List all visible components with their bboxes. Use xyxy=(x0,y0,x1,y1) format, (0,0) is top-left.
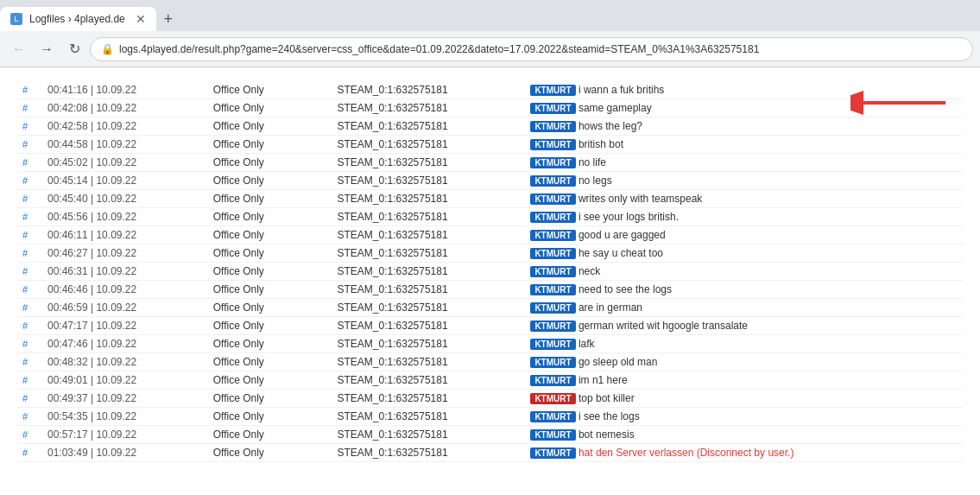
row-steam: STEAM_0:1:632575181 xyxy=(332,190,526,208)
row-message: british bot xyxy=(579,138,623,150)
row-hash[interactable]: # xyxy=(17,81,42,99)
log-table: # 00:41:16 | 10.09.22 Office Only STEAM_… xyxy=(17,81,963,462)
badge-label: KTMURT xyxy=(530,194,575,205)
row-hash[interactable]: # xyxy=(17,371,42,390)
badge-label: KTMURT xyxy=(530,429,575,441)
row-hash[interactable]: # xyxy=(17,353,42,371)
badge-label: KTMURT xyxy=(530,393,575,404)
row-hash[interactable]: # xyxy=(17,299,42,317)
active-tab[interactable]: L Logfiles › 4played.de ✕ xyxy=(0,7,156,31)
row-message: german writed wit hgoogle transalate xyxy=(579,320,748,332)
row-message: he say u cheat too xyxy=(579,247,663,259)
row-badge-cell: KTMURT lafk xyxy=(525,335,963,353)
row-badge-cell: KTMURT no life xyxy=(525,154,963,172)
row-hash[interactable]: # xyxy=(17,226,42,244)
row-message: writes only with teamspeak xyxy=(579,193,702,205)
badge-label: KTMURT xyxy=(530,85,575,96)
table-row: # 00:48:32 | 10.09.22 Office Only STEAM_… xyxy=(17,353,963,371)
address-bar[interactable]: 🔒 logs.4played.de/result.php?game=240&se… xyxy=(90,37,973,61)
row-badge-cell: KTMURT top bot killer xyxy=(525,390,963,408)
badge-label: KTMURT xyxy=(530,157,575,168)
row-badge-cell: KTMURT writes only with teamspeak xyxy=(525,190,963,208)
table-row: # 00:45:02 | 10.09.22 Office Only STEAM_… xyxy=(17,154,963,172)
table-row: # 00:45:56 | 10.09.22 Office Only STEAM_… xyxy=(17,208,963,226)
row-hash[interactable]: # xyxy=(17,154,42,172)
row-time: 00:46:59 | 10.09.22 xyxy=(42,299,208,317)
row-server: Office Only xyxy=(208,408,332,426)
nav-bar: ← → ↻ 🔒 logs.4played.de/result.php?game=… xyxy=(0,31,980,67)
row-steam: STEAM_0:1:632575181 xyxy=(332,390,526,408)
badge-label: KTMURT xyxy=(530,320,575,332)
row-steam: STEAM_0:1:632575181 xyxy=(332,408,526,426)
row-server: Office Only xyxy=(208,190,332,208)
row-hash[interactable]: # xyxy=(17,335,42,353)
row-badge-cell: KTMURT hat den Server verlassen (Disconn… xyxy=(525,444,963,462)
table-row: # 01:03:49 | 10.09.22 Office Only STEAM_… xyxy=(17,444,963,462)
browser-window: L Logfiles › 4played.de ✕ + ← → ↻ 🔒 logs… xyxy=(0,0,980,495)
table-row: # 00:44:58 | 10.09.22 Office Only STEAM_… xyxy=(17,136,963,154)
forward-button[interactable]: → xyxy=(35,37,59,61)
row-server: Office Only xyxy=(208,81,332,99)
row-hash[interactable]: # xyxy=(17,444,42,462)
table-row: # 00:57:17 | 10.09.22 Office Only STEAM_… xyxy=(17,426,963,444)
table-row: # 00:46:11 | 10.09.22 Office Only STEAM_… xyxy=(17,226,963,244)
row-time: 00:46:31 | 10.09.22 xyxy=(42,263,208,281)
row-hash[interactable]: # xyxy=(17,172,42,190)
row-hash[interactable]: # xyxy=(17,426,42,444)
badge-label: KTMURT xyxy=(530,175,575,187)
row-hash[interactable]: # xyxy=(17,244,42,263)
row-hash[interactable]: # xyxy=(17,263,42,281)
row-hash[interactable]: # xyxy=(17,408,42,426)
row-server: Office Only xyxy=(208,281,332,299)
row-hash[interactable]: # xyxy=(17,390,42,408)
row-message: no legs xyxy=(579,175,612,187)
row-time: 00:45:40 | 10.09.22 xyxy=(42,190,208,208)
row-message: i wann a fuk britihs xyxy=(579,84,664,96)
row-hash[interactable]: # xyxy=(17,99,42,117)
red-arrow-annotation xyxy=(850,86,954,123)
row-steam: STEAM_0:1:632575181 xyxy=(332,172,526,190)
row-server: Office Only xyxy=(208,244,332,263)
row-time: 00:49:37 | 10.09.22 xyxy=(42,390,208,408)
row-message: neck xyxy=(579,265,600,277)
row-steam: STEAM_0:1:632575181 xyxy=(332,299,526,317)
table-row: # 00:47:46 | 10.09.22 Office Only STEAM_… xyxy=(17,335,963,353)
row-badge-cell: KTMURT no legs xyxy=(525,172,963,190)
back-button[interactable]: ← xyxy=(7,37,31,61)
row-server: Office Only xyxy=(208,99,332,117)
row-hash[interactable]: # xyxy=(17,317,42,335)
badge-label: KTMURT xyxy=(530,411,575,422)
row-message: same gameplay xyxy=(579,102,652,114)
row-message: good u are gagged xyxy=(579,229,666,241)
table-row: # 00:46:46 | 10.09.22 Office Only STEAM_… xyxy=(17,281,963,299)
reload-button[interactable]: ↻ xyxy=(62,37,86,61)
row-badge-cell: KTMURT british bot xyxy=(525,136,963,154)
row-server: Office Only xyxy=(208,390,332,408)
row-hash[interactable]: # xyxy=(17,208,42,226)
close-tab-button[interactable]: ✕ xyxy=(136,13,146,25)
row-server: Office Only xyxy=(208,136,332,154)
row-message: go sleep old man xyxy=(579,356,657,368)
table-row: # 00:45:14 | 10.09.22 Office Only STEAM_… xyxy=(17,172,963,190)
row-hash[interactable]: # xyxy=(17,117,42,136)
row-time: 00:42:08 | 10.09.22 xyxy=(42,99,208,117)
table-row: # 00:49:01 | 10.09.22 Office Only STEAM_… xyxy=(17,371,963,390)
row-badge-cell: KTMURT neck xyxy=(525,263,963,281)
row-hash[interactable]: # xyxy=(17,281,42,299)
row-badge-cell: KTMURT he say u cheat too xyxy=(525,244,963,263)
badge-label: KTMURT xyxy=(530,139,575,150)
row-message: need to see the logs xyxy=(579,283,672,295)
new-tab-button[interactable]: + xyxy=(156,7,180,31)
row-hash[interactable]: # xyxy=(17,136,42,154)
row-steam: STEAM_0:1:632575181 xyxy=(332,154,526,172)
badge-label: KTMURT xyxy=(530,375,575,386)
row-time: 00:49:01 | 10.09.22 xyxy=(42,371,208,390)
badge-label: KTMURT xyxy=(530,284,575,295)
row-steam: STEAM_0:1:632575181 xyxy=(332,99,526,117)
lock-icon: 🔒 xyxy=(101,43,114,55)
row-message: hows the leg? xyxy=(579,120,642,132)
tab-favicon: L xyxy=(10,13,22,25)
tab-bar: L Logfiles › 4played.de ✕ + xyxy=(0,0,980,31)
row-steam: STEAM_0:1:632575181 xyxy=(332,371,526,390)
row-hash[interactable]: # xyxy=(17,190,42,208)
